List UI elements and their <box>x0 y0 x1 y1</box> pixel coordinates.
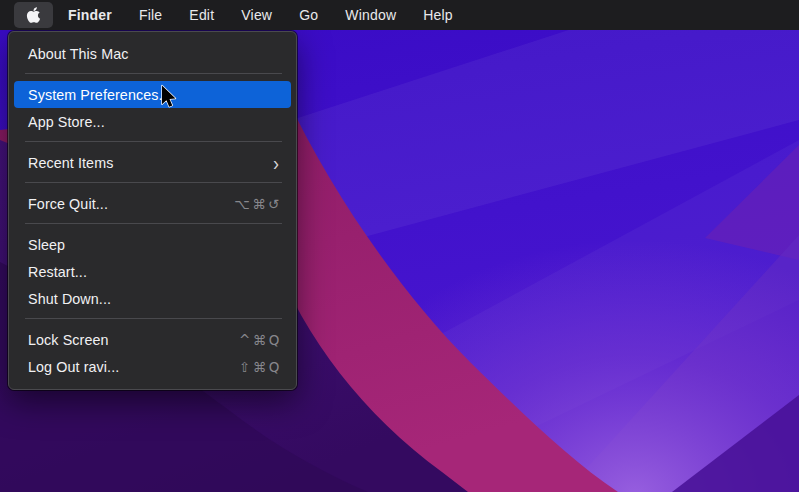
menu-separator <box>25 141 282 142</box>
menubar-item-file[interactable]: File <box>139 7 162 23</box>
menu-item-label: Sleep <box>28 237 282 253</box>
menu-item-log-out[interactable]: Log Out ravi...⇧⌘Q <box>9 353 296 380</box>
desktop: FinderFileEditViewGoWindowHelp About Thi… <box>0 0 799 492</box>
menu-item-system-preferences[interactable]: System Preferences... <box>14 81 291 108</box>
menu-item-sleep[interactable]: Sleep <box>9 231 296 258</box>
menu-item-label: Lock Screen <box>28 332 239 348</box>
menu-separator <box>25 223 282 224</box>
menu-separator <box>25 182 282 183</box>
menu-bar: FinderFileEditViewGoWindowHelp <box>0 0 799 30</box>
menu-item-restart[interactable]: Restart... <box>9 258 296 285</box>
menu-item-lock-screen[interactable]: Lock Screen^⌘Q <box>9 326 296 353</box>
apple-menu-dropdown: About This MacSystem Preferences...App S… <box>8 31 297 390</box>
menu-item-app-store[interactable]: App Store... <box>9 108 296 135</box>
menu-item-shortcut: ⇧⌘Q <box>239 359 282 375</box>
submenu-chevron-icon: › <box>273 152 279 173</box>
menu-item-recent-items[interactable]: Recent Items› <box>9 149 296 176</box>
menu-item-about-this-mac[interactable]: About This Mac <box>9 40 296 67</box>
menu-item-label: Recent Items <box>28 155 273 171</box>
menubar-items: FinderFileEditViewGoWindowHelp <box>68 7 480 23</box>
menu-item-shortcut: ^⌘Q <box>239 332 282 348</box>
menu-item-shut-down[interactable]: Shut Down... <box>9 285 296 312</box>
menu-item-label: Restart... <box>28 264 282 280</box>
menubar-item-window[interactable]: Window <box>345 7 396 23</box>
menubar-item-edit[interactable]: Edit <box>189 7 214 23</box>
menu-item-label: Log Out ravi... <box>28 359 239 375</box>
menubar-item-help[interactable]: Help <box>423 7 453 23</box>
menubar-item-finder[interactable]: Finder <box>68 7 112 23</box>
menu-item-label: Force Quit... <box>28 196 234 212</box>
menu-item-label: App Store... <box>28 114 282 130</box>
menu-item-force-quit[interactable]: Force Quit...⌥⌘↺ <box>9 190 296 217</box>
menubar-item-view[interactable]: View <box>241 7 272 23</box>
apple-menu-button[interactable] <box>14 2 53 28</box>
menu-separator <box>25 73 282 74</box>
menu-item-label: About This Mac <box>28 46 282 62</box>
mouse-cursor <box>158 84 182 110</box>
menu-item-label: Shut Down... <box>28 291 282 307</box>
menu-separator <box>25 318 282 319</box>
menu-item-label: System Preferences... <box>28 87 282 103</box>
menubar-item-go[interactable]: Go <box>299 7 318 23</box>
menu-item-shortcut: ⌥⌘↺ <box>234 196 282 212</box>
apple-icon <box>26 6 41 24</box>
